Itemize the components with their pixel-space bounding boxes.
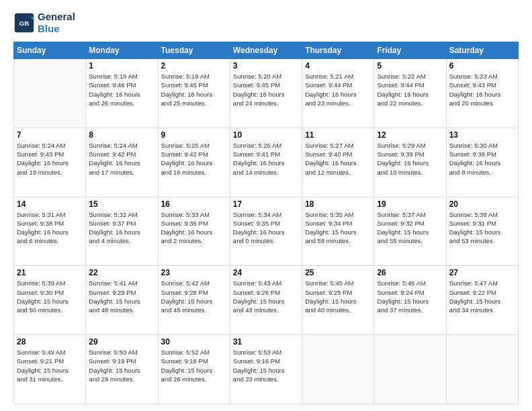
calendar-cell: 6Sunrise: 5:23 AM Sunset: 9:43 PM Daylig… xyxy=(446,59,518,128)
calendar-cell: 2Sunrise: 5:19 AM Sunset: 9:45 PM Daylig… xyxy=(158,59,230,128)
day-number: 1 xyxy=(89,61,154,71)
week-row-4: 21Sunrise: 5:39 AM Sunset: 9:30 PM Dayli… xyxy=(14,266,519,335)
cell-content: Sunrise: 5:38 AM Sunset: 9:31 PM Dayligh… xyxy=(449,210,515,246)
cell-content: Sunrise: 5:29 AM Sunset: 9:39 PM Dayligh… xyxy=(377,141,443,177)
calendar-cell: 31Sunrise: 5:53 AM Sunset: 9:16 PM Dayli… xyxy=(230,335,302,404)
cell-content: Sunrise: 5:47 AM Sunset: 9:22 PM Dayligh… xyxy=(449,279,515,314)
day-number: 21 xyxy=(17,268,83,277)
calendar-cell: 23Sunrise: 5:42 AM Sunset: 9:28 PM Dayli… xyxy=(158,266,230,335)
day-number: 11 xyxy=(305,130,371,140)
day-number: 2 xyxy=(161,61,227,71)
day-number: 12 xyxy=(377,130,443,140)
cell-content: Sunrise: 5:41 AM Sunset: 9:29 PM Dayligh… xyxy=(89,279,154,314)
calendar-cell: 19Sunrise: 5:37 AM Sunset: 9:32 PM Dayli… xyxy=(374,197,446,266)
calendar-cell xyxy=(374,335,446,404)
calendar-cell: 12Sunrise: 5:29 AM Sunset: 9:39 PM Dayli… xyxy=(374,128,446,197)
calendar-cell: 14Sunrise: 5:31 AM Sunset: 9:38 PM Dayli… xyxy=(14,197,86,266)
calendar-cell: 13Sunrise: 5:30 AM Sunset: 9:38 PM Dayli… xyxy=(446,128,518,197)
calendar-table: SundayMondayTuesdayWednesdayThursdayFrid… xyxy=(13,42,519,404)
day-number: 9 xyxy=(161,130,227,140)
cell-content: Sunrise: 5:20 AM Sunset: 9:45 PM Dayligh… xyxy=(233,72,299,107)
cell-content: Sunrise: 5:45 AM Sunset: 9:25 PM Dayligh… xyxy=(305,279,371,314)
calendar-cell: 4Sunrise: 5:21 AM Sunset: 9:44 PM Daylig… xyxy=(302,59,374,128)
weekday-header-wednesday: Wednesday xyxy=(230,42,302,59)
logo: GB General Blue xyxy=(13,11,75,35)
day-number: 4 xyxy=(305,61,371,71)
cell-content: Sunrise: 5:22 AM Sunset: 9:44 PM Dayligh… xyxy=(377,72,443,107)
day-number: 14 xyxy=(17,199,83,209)
week-row-3: 14Sunrise: 5:31 AM Sunset: 9:38 PM Dayli… xyxy=(14,197,519,266)
cell-content: Sunrise: 5:49 AM Sunset: 9:21 PM Dayligh… xyxy=(17,348,83,383)
calendar-cell: 10Sunrise: 5:26 AM Sunset: 9:41 PM Dayli… xyxy=(230,128,302,197)
calendar-cell: 8Sunrise: 5:24 AM Sunset: 9:42 PM Daylig… xyxy=(86,128,158,197)
day-number: 7 xyxy=(17,130,83,140)
cell-content: Sunrise: 5:32 AM Sunset: 9:37 PM Dayligh… xyxy=(89,210,154,246)
day-number: 13 xyxy=(449,130,515,140)
cell-content: Sunrise: 5:26 AM Sunset: 9:41 PM Dayligh… xyxy=(233,141,299,177)
cell-content: Sunrise: 5:46 AM Sunset: 9:24 PM Dayligh… xyxy=(377,279,443,314)
day-number: 24 xyxy=(233,268,299,277)
cell-content: Sunrise: 5:25 AM Sunset: 9:42 PM Dayligh… xyxy=(161,141,227,177)
cell-content: Sunrise: 5:53 AM Sunset: 9:16 PM Dayligh… xyxy=(233,348,299,383)
cell-content: Sunrise: 5:37 AM Sunset: 9:32 PM Dayligh… xyxy=(377,210,443,246)
cell-content: Sunrise: 5:34 AM Sunset: 9:35 PM Dayligh… xyxy=(233,210,299,246)
cell-content: Sunrise: 5:27 AM Sunset: 9:40 PM Dayligh… xyxy=(305,141,371,177)
calendar-cell: 3Sunrise: 5:20 AM Sunset: 9:45 PM Daylig… xyxy=(230,59,302,128)
calendar-cell: 9Sunrise: 5:25 AM Sunset: 9:42 PM Daylig… xyxy=(158,128,230,197)
day-number: 8 xyxy=(89,130,154,140)
day-number: 23 xyxy=(161,268,227,277)
cell-content: Sunrise: 5:31 AM Sunset: 9:38 PM Dayligh… xyxy=(17,210,83,246)
cell-content: Sunrise: 5:39 AM Sunset: 9:30 PM Dayligh… xyxy=(17,279,83,314)
day-number: 16 xyxy=(161,199,227,209)
day-number: 30 xyxy=(161,337,227,347)
cell-content: Sunrise: 5:35 AM Sunset: 9:34 PM Dayligh… xyxy=(305,210,371,246)
cell-content: Sunrise: 5:23 AM Sunset: 9:43 PM Dayligh… xyxy=(449,72,515,107)
week-row-1: 1Sunrise: 5:19 AM Sunset: 9:46 PM Daylig… xyxy=(14,59,519,128)
day-number: 5 xyxy=(377,61,443,71)
header: GB General Blue xyxy=(13,11,519,35)
day-number: 22 xyxy=(89,268,154,277)
day-number: 19 xyxy=(377,199,443,209)
day-number: 10 xyxy=(233,130,299,140)
calendar-cell xyxy=(14,59,86,128)
logo-icon: GB xyxy=(13,12,35,34)
day-number: 20 xyxy=(449,199,515,209)
calendar-cell: 16Sunrise: 5:33 AM Sunset: 9:36 PM Dayli… xyxy=(158,197,230,266)
day-number: 29 xyxy=(89,337,154,347)
cell-content: Sunrise: 5:24 AM Sunset: 9:42 PM Dayligh… xyxy=(89,141,154,177)
calendar-cell: 26Sunrise: 5:46 AM Sunset: 9:24 PM Dayli… xyxy=(374,266,446,335)
cell-content: Sunrise: 5:21 AM Sunset: 9:44 PM Dayligh… xyxy=(305,72,371,107)
calendar-cell: 11Sunrise: 5:27 AM Sunset: 9:40 PM Dayli… xyxy=(302,128,374,197)
calendar-cell: 30Sunrise: 5:52 AM Sunset: 9:18 PM Dayli… xyxy=(158,335,230,404)
calendar-cell: 5Sunrise: 5:22 AM Sunset: 9:44 PM Daylig… xyxy=(374,59,446,128)
weekday-header-saturday: Saturday xyxy=(446,42,518,59)
calendar-cell: 15Sunrise: 5:32 AM Sunset: 9:37 PM Dayli… xyxy=(86,197,158,266)
day-number: 15 xyxy=(89,199,154,209)
calendar-cell xyxy=(302,335,374,404)
calendar-cell: 29Sunrise: 5:50 AM Sunset: 9:19 PM Dayli… xyxy=(86,335,158,404)
cell-content: Sunrise: 5:52 AM Sunset: 9:18 PM Dayligh… xyxy=(161,348,227,383)
cell-content: Sunrise: 5:30 AM Sunset: 9:38 PM Dayligh… xyxy=(449,141,515,177)
day-number: 6 xyxy=(449,61,515,71)
day-number: 27 xyxy=(449,268,515,277)
calendar-cell: 1Sunrise: 5:19 AM Sunset: 9:46 PM Daylig… xyxy=(86,59,158,128)
cell-content: Sunrise: 5:42 AM Sunset: 9:28 PM Dayligh… xyxy=(161,279,227,314)
day-number: 28 xyxy=(17,337,83,347)
calendar-cell: 27Sunrise: 5:47 AM Sunset: 9:22 PM Dayli… xyxy=(446,266,518,335)
week-row-5: 28Sunrise: 5:49 AM Sunset: 9:21 PM Dayli… xyxy=(14,335,519,404)
cell-content: Sunrise: 5:19 AM Sunset: 9:46 PM Dayligh… xyxy=(89,72,154,107)
logo-text: General Blue xyxy=(38,11,75,35)
weekday-header-thursday: Thursday xyxy=(302,42,374,59)
cell-content: Sunrise: 5:43 AM Sunset: 9:26 PM Dayligh… xyxy=(233,279,299,314)
day-number: 31 xyxy=(233,337,299,347)
day-number: 26 xyxy=(377,268,443,277)
day-number: 17 xyxy=(233,199,299,209)
weekday-header-row: SundayMondayTuesdayWednesdayThursdayFrid… xyxy=(14,42,519,59)
weekday-header-monday: Monday xyxy=(86,42,158,59)
calendar-cell: 17Sunrise: 5:34 AM Sunset: 9:35 PM Dayli… xyxy=(230,197,302,266)
svg-text:GB: GB xyxy=(19,19,30,27)
day-number: 18 xyxy=(305,199,371,209)
day-number: 3 xyxy=(233,61,299,71)
calendar-cell: 22Sunrise: 5:41 AM Sunset: 9:29 PM Dayli… xyxy=(86,266,158,335)
weekday-header-sunday: Sunday xyxy=(14,42,86,59)
